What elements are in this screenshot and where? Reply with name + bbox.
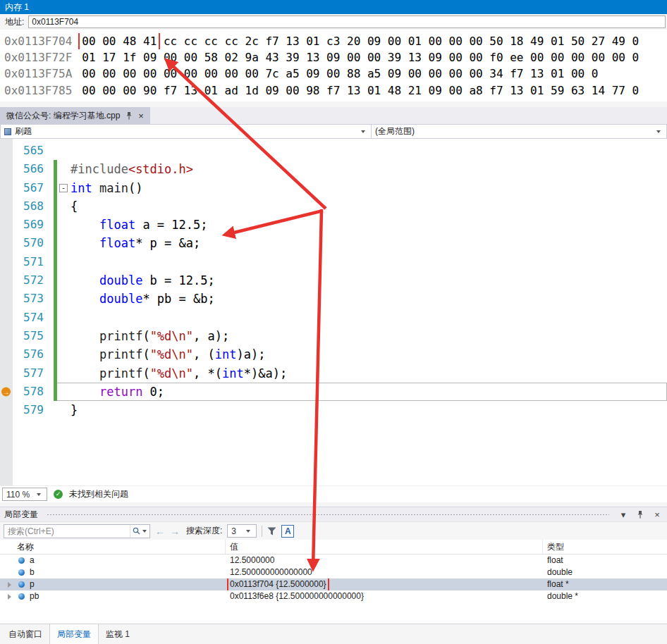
code-line-569[interactable]: 569 float a = 12.5; (0, 216, 667, 234)
search-input[interactable] (4, 526, 130, 537)
locals-rows: a12.5000000floatb12.500000000000000doubl… (0, 555, 667, 602)
memory-title: 内存 1 (5, 2, 29, 12)
search-depth-dropdown[interactable]: 3 (227, 524, 257, 538)
breakpoint-gutter[interactable] (0, 309, 13, 327)
memory-row: 0x0113F72F01 17 1f 09 00 00 58 02 9a 43 … (4, 49, 667, 66)
search-box[interactable] (4, 524, 150, 538)
breakpoint-gutter[interactable] (0, 216, 13, 234)
code-line-579[interactable]: 579} (0, 401, 667, 419)
column-header-type[interactable]: 类型 (543, 540, 667, 554)
memory-dump[interactable]: 0x0113F70400 00 48 41 cc cc cc cc 2c f7 … (0, 30, 667, 101)
scope-dropdown-value: (全局范围) (375, 125, 415, 137)
memory-panel: 内存 1 地址: 0x0113F70400 00 48 41 cc cc cc … (0, 0, 667, 101)
breakpoint-gutter[interactable] (0, 197, 13, 216)
document-tab[interactable]: 微信公众号: 编程学习基地.cpp × (0, 107, 150, 124)
code-text: { (71, 197, 78, 216)
column-header-value[interactable]: 值 (226, 540, 543, 554)
breakpoint-gutter[interactable]: → (0, 383, 13, 401)
variable-row-pb[interactable]: pb0x0113f6e8 {12.500000000000000}double … (0, 590, 667, 602)
variable-row-a[interactable]: a12.5000000float (0, 555, 667, 566)
types-dropdown[interactable]: 刷题 (0, 124, 372, 139)
filter-icon[interactable] (267, 527, 276, 535)
change-tracking-bar (54, 253, 57, 271)
code-line-571[interactable]: 571 (0, 253, 667, 271)
code-line-572[interactable]: 572 double b = 12.5; (0, 271, 667, 290)
variable-row-b[interactable]: b12.500000000000000double (0, 566, 667, 578)
code-line-565[interactable]: 565 (0, 142, 667, 160)
code-line-573[interactable]: 573 double* pb = &b; (0, 290, 667, 308)
tool-window-tab[interactable]: 自动窗口 (1, 624, 49, 644)
locals-title-bar[interactable]: 局部变量 ▾ × (0, 507, 667, 521)
breakpoint-gutter[interactable] (0, 345, 13, 364)
breakpoint-gutter[interactable] (0, 234, 13, 252)
memory-row-bytes: cc cc cc cc 2c f7 13 01 c3 20 09 00 01 0… (157, 35, 639, 48)
line-number: 568 (13, 197, 54, 216)
code-line-566[interactable]: 566#include<stdio.h> (0, 160, 667, 178)
tool-window-tab[interactable]: 局部变量 (49, 624, 99, 644)
memory-title-bar[interactable]: 内存 1 (0, 0, 667, 14)
back-icon[interactable]: ← (155, 526, 165, 536)
search-icon[interactable] (130, 525, 142, 538)
change-tracking-bar (54, 401, 57, 419)
breakpoint-gutter[interactable] (0, 160, 13, 178)
code-line-578[interactable]: →578 return 0; (0, 383, 667, 401)
variable-icon (18, 593, 25, 600)
code-line-576[interactable]: 576 printf("%d\n", (int)a); (0, 345, 667, 364)
code-line-567[interactable]: 567-int main() (0, 179, 667, 197)
code-editor[interactable]: 565566#include<stdio.h>567-int main()568… (0, 139, 667, 485)
search-depth-label: 搜索深度: (186, 525, 222, 537)
change-tracking-bar (54, 197, 57, 216)
change-tracking-bar (54, 142, 57, 160)
variable-name: a (30, 555, 35, 566)
fold-margin (59, 234, 71, 252)
visual-studio-window: 内存 1 地址: 0x0113F70400 00 48 41 cc cc cc … (0, 0, 667, 644)
search-depth-value: 3 (231, 526, 236, 536)
pin-icon[interactable] (126, 112, 133, 120)
locals-toolbar: ← → 搜索深度: 3 A (0, 521, 667, 540)
variable-icon (18, 569, 25, 576)
breakpoint-gutter[interactable] (0, 253, 13, 271)
chevron-down-icon[interactable] (142, 530, 147, 533)
tool-window-tab[interactable]: 监视 1 (99, 624, 137, 644)
locals-title: 局部变量 (4, 509, 38, 521)
expand-icon[interactable] (4, 582, 14, 588)
code-text: float* p = &a; (71, 234, 200, 252)
memory-row-address: 0x0113F785 (4, 84, 82, 97)
pin-icon[interactable] (635, 511, 646, 519)
breakpoint-gutter[interactable] (0, 327, 13, 345)
titlebar-grip[interactable] (47, 513, 609, 516)
line-number: 567 (13, 179, 54, 197)
change-tracking-bar (54, 160, 57, 178)
code-line-575[interactable]: 575 printf("%d\n", a); (0, 327, 667, 345)
breakpoint-gutter[interactable] (0, 290, 13, 308)
scope-dropdown[interactable]: (全局范围) (372, 124, 667, 139)
code-line-570[interactable]: 570 float* p = &a; (0, 234, 667, 252)
document-tab-title: 微信公众号: 编程学习基地.cpp (6, 110, 120, 122)
text-format-icon[interactable]: A (281, 525, 294, 538)
change-tracking-bar (54, 271, 57, 290)
breakpoint-gutter[interactable] (0, 364, 13, 383)
line-number: 578 (13, 383, 54, 401)
forward-icon[interactable]: → (170, 526, 180, 536)
column-header-name[interactable]: 名称 (0, 540, 226, 554)
breakpoint-gutter[interactable] (0, 271, 13, 290)
code-text: } (71, 401, 78, 419)
variable-row-p[interactable]: p0x0113f704 {12.5000000}float * (0, 578, 667, 590)
close-icon[interactable]: × (138, 111, 144, 120)
expand-icon[interactable] (4, 594, 14, 600)
line-number: 572 (13, 271, 54, 290)
code-line-577[interactable]: 577 printf("%d\n", *(int*)&a); (0, 364, 667, 383)
current-statement-icon: → (1, 388, 11, 397)
window-position-icon[interactable]: ▾ (618, 510, 629, 519)
breakpoint-gutter[interactable] (0, 401, 13, 419)
zoom-selector[interactable]: 110 % (2, 488, 47, 501)
code-line-574[interactable]: 574 (0, 309, 667, 327)
breakpoint-gutter[interactable] (0, 142, 13, 160)
change-tracking-bar (54, 290, 57, 308)
code-line-568[interactable]: 568{ (0, 197, 667, 216)
close-icon[interactable]: × (651, 510, 663, 519)
collapse-region-icon[interactable]: - (59, 184, 68, 192)
fold-margin (59, 216, 71, 234)
breakpoint-gutter[interactable] (0, 179, 13, 197)
memory-address-input[interactable] (28, 16, 666, 28)
